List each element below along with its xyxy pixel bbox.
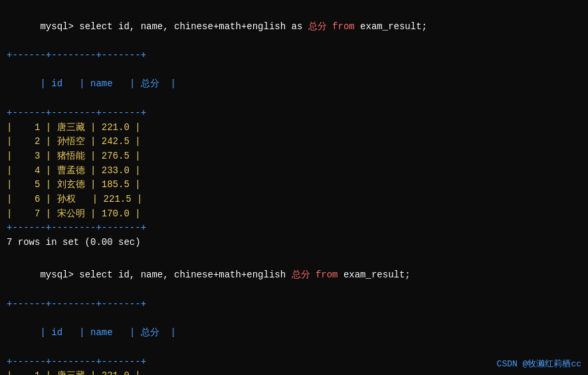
data-row-1-1: | 1 | 唐三藏 | 221.0 | [7,121,581,135]
query-block-1: mysql> select id, name, chinese+math+eng… [7,5,581,250]
query-2-text: select id, name, chinese+math+english 总分… [74,269,411,280]
data-row-1-3: | 3 | 猪悟能 | 276.5 | [7,149,581,164]
table-border-mid-2: +------+--------+-------+ [7,355,581,370]
prompt-line-1: mysql> select id, name, chinese+math+eng… [7,5,581,48]
data-row-1-5: | 5 | 刘玄德 | 185.5 | [7,178,581,192]
data-row-2-1: | 1 | 唐三藏 | 221.0 | [7,369,581,375]
prompt-2: mysql> [40,269,73,280]
table-border-mid-1: +------+--------+-------+ [7,106,581,121]
data-row-1-7: | 7 | 宋公明 | 170.0 | [7,207,581,222]
data-row-1-6: | 6 | 孙权 | 221.5 | [7,192,581,207]
terminal: mysql> select id, name, chinese+math+eng… [0,0,588,375]
data-row-1-2: | 2 | 孙悟空 | 242.5 | [7,135,581,149]
table-border-top-2: +------+--------+-------+ [7,297,581,312]
prompt-1: mysql> [40,21,73,32]
table-header-2: | id | name | 总分 | [7,311,581,354]
prompt-line-2: mysql> select id, name, chinese+math+eng… [7,254,581,297]
table-border-top-1: +------+--------+-------+ [7,48,581,63]
data-row-1-4: | 4 | 曹孟德 | 233.0 | [7,164,581,179]
rows-info-1: 7 rows in set (0.00 sec) [7,236,581,250]
watermark: CSDN @牧濑红莉栖cc [497,358,581,370]
table-header-1: | id | name | 总分 | [7,63,581,106]
query-1-text: select id, name, chinese+math+english as… [74,21,427,32]
query-block-2: mysql> select id, name, chinese+math+eng… [7,254,581,375]
table-border-bot-1: +------+--------+-------+ [7,221,581,236]
